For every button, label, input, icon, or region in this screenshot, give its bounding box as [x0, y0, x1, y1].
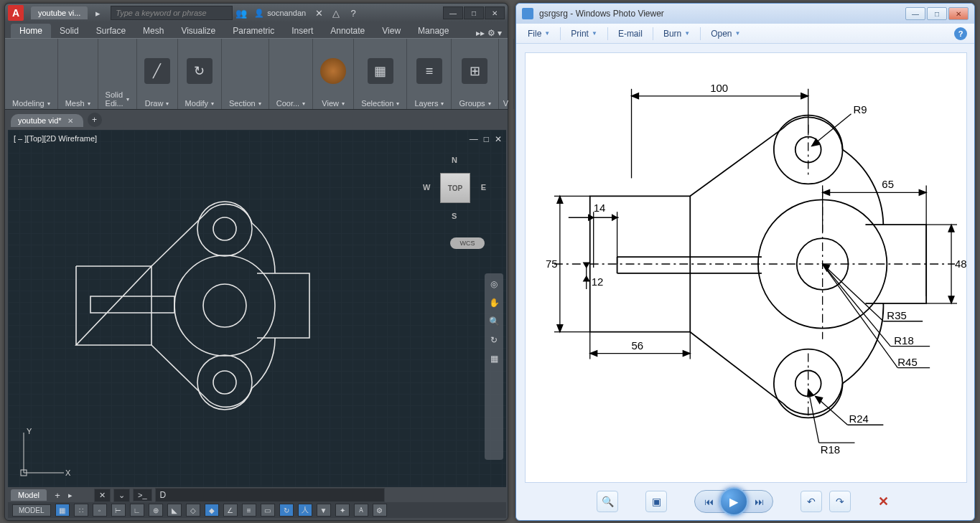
command-line[interactable]: ✕ ⌄ >_ [94, 488, 506, 502]
status-grid-icon[interactable]: ▦ [55, 504, 70, 517]
panel-modify[interactable]: ↻Modify▾ [178, 39, 222, 109]
panel-coordinates[interactable]: Coor...▾ [269, 39, 313, 109]
status-lweight-icon[interactable]: ≡ [242, 504, 256, 517]
status-infer-icon[interactable]: ◦ [93, 504, 107, 517]
svg-marker-22 [919, 189, 926, 195]
pv-minimize-button[interactable]: — [905, 7, 925, 20]
svg-marker-37 [584, 263, 589, 268]
tab-annotate[interactable]: Annotate [322, 24, 373, 38]
view-icon[interactable] [320, 58, 346, 84]
status-osnap-icon[interactable]: ◇ [186, 504, 200, 517]
tab-insert[interactable]: Insert [283, 24, 322, 38]
pv-actual-size-button[interactable]: ▣ [645, 491, 667, 512]
pv-rotate-cw-button[interactable]: ↷ [829, 491, 851, 512]
pv-maximize-button[interactable]: □ [927, 7, 947, 20]
autocad-window: A youtube vi... ▸ Type a keyword or phra… [4, 3, 508, 521]
minimize-button[interactable]: — [443, 6, 463, 19]
tab-manage[interactable]: Manage [409, 24, 457, 38]
menu-separator [607, 27, 608, 40]
close-button[interactable]: ✕ [485, 6, 505, 19]
panel-label: Coor... [276, 99, 299, 108]
panel-view[interactable]: View▾ [313, 39, 354, 109]
pv-delete-button[interactable]: ✕ [872, 491, 894, 512]
draw-icon[interactable]: ╱ [144, 58, 170, 84]
document-tab[interactable]: youtube vid* ✕ [11, 114, 83, 127]
tab-solid[interactable]: Solid [51, 24, 88, 38]
svg-text:12: 12 [592, 275, 604, 288]
pv-close-button[interactable]: ✕ [948, 7, 969, 20]
pv-menu-file[interactable]: File▼ [523, 27, 554, 41]
help-dropdown-icon[interactable]: ? [347, 6, 360, 19]
cmd-history-icon[interactable]: ⌄ [113, 489, 130, 502]
pv-zoom-button[interactable]: 🔍 [597, 491, 618, 512]
status-dynucs-icon[interactable]: 人 [298, 504, 312, 517]
exchange-icon[interactable]: ✕ [312, 6, 325, 19]
tab-surface[interactable]: Surface [88, 24, 134, 38]
pv-next-button[interactable]: ⏭ [748, 492, 770, 511]
pv-image-area[interactable]: 100 R9 65 [525, 52, 967, 483]
tab-home[interactable]: Home [11, 24, 51, 38]
drawing-canvas[interactable]: [ – ][Top][2D Wireframe] — □ ✕ N S E W T… [8, 130, 506, 487]
panel-selection[interactable]: ▦Selection▾ [354, 39, 407, 109]
tab-visualize[interactable]: Visualize [172, 24, 224, 38]
cmd-close-icon[interactable]: ✕ [94, 489, 111, 502]
pv-menu-open[interactable]: Open▼ [706, 27, 745, 41]
status-dynamic-icon[interactable]: ⊢ [111, 504, 126, 517]
command-input[interactable] [155, 488, 385, 502]
cloud-icon[interactable]: △ [330, 6, 342, 19]
selection-icon[interactable]: ▦ [368, 58, 393, 84]
qat-tab[interactable]: youtube vi... [31, 6, 88, 19]
tab-parametric[interactable]: Parametric [224, 24, 283, 38]
pv-rotate-ccw-button[interactable]: ↶ [801, 491, 822, 512]
groups-icon[interactable]: ⊞ [462, 58, 487, 84]
add-tab-button[interactable]: + [88, 113, 102, 127]
pv-window-controls: — □ ✕ [905, 7, 969, 20]
status-cycling-icon[interactable]: ↻ [279, 504, 294, 517]
panel-modeling[interactable]: Modeling▾ [5, 39, 58, 109]
user-account[interactable]: 👤 socnandan [254, 9, 306, 18]
qat-dropdown-icon[interactable]: ▸ [91, 6, 104, 19]
status-filter-icon[interactable]: ▼ [317, 504, 331, 517]
ribbon-overflow[interactable]: ▸▸ ⚙ ▾ [476, 28, 502, 38]
layout-overflow-icon[interactable]: ▸ [68, 491, 73, 500]
pv-menu-email[interactable]: E-mail [614, 27, 647, 41]
pv-menu-print[interactable]: Print▼ [566, 27, 602, 41]
search-icon[interactable]: 👥 [235, 6, 248, 19]
close-tab-icon[interactable]: ✕ [67, 117, 73, 125]
pv-menu-burn[interactable]: Burn▼ [659, 27, 694, 41]
panel-section[interactable]: Section▾ [222, 39, 269, 109]
maximize-button[interactable]: □ [464, 6, 484, 19]
status-model[interactable]: MODEL [12, 504, 51, 517]
panel-label: Modify [185, 99, 208, 108]
panel-layers[interactable]: ≡Layers▾ [407, 39, 452, 109]
model-tab[interactable]: Model [11, 489, 47, 501]
add-layout-button[interactable]: + [51, 489, 64, 501]
panel-groups[interactable]: ⊞Groups▾ [452, 39, 498, 109]
panel-draw[interactable]: ╱Draw▾ [137, 39, 178, 109]
tab-mesh[interactable]: Mesh [134, 24, 172, 38]
status-otrack-icon[interactable]: ∠ [223, 504, 238, 517]
panel-mesh[interactable]: Mesh▾ [58, 39, 98, 109]
search-input[interactable]: Type a keyword or phrase [111, 6, 233, 20]
status-annot-icon[interactable]: Ａ [354, 504, 368, 517]
svg-line-56 [823, 264, 891, 347]
panel-overflow[interactable]: V [499, 39, 514, 109]
pv-slideshow-button[interactable]: ▶ [719, 487, 748, 516]
pv-help-button[interactable]: ? [954, 27, 967, 40]
status-gizmo-icon[interactable]: ✦ [335, 504, 350, 517]
status-ortho-icon[interactable]: ∟ [130, 504, 144, 517]
status-polar-icon[interactable]: ⊕ [149, 504, 163, 517]
status-snap-icon[interactable]: ∷ [74, 504, 88, 517]
autocad-logo-icon[interactable]: A [8, 5, 24, 21]
svg-text:48: 48 [955, 258, 966, 270]
layers-icon[interactable]: ≡ [416, 58, 442, 84]
svg-point-1 [203, 284, 246, 327]
status-transparency-icon[interactable]: ▭ [261, 504, 275, 517]
modify-icon[interactable]: ↻ [187, 58, 213, 84]
status-3dosnap-icon[interactable]: ◆ [205, 504, 219, 517]
tab-view[interactable]: View [373, 24, 409, 38]
status-iso-icon[interactable]: ◣ [167, 504, 182, 517]
panel-solid-editing[interactable]: Solid Edi...▾ [98, 39, 137, 109]
status-workspace-icon[interactable]: ⚙ [373, 504, 387, 517]
pv-previous-button[interactable]: ⏮ [698, 492, 719, 511]
